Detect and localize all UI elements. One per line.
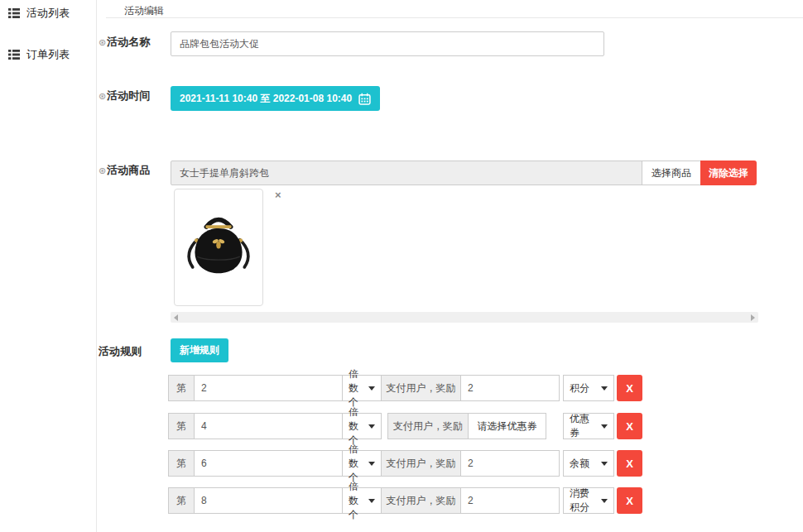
- remove-rule-button[interactable]: X: [617, 375, 642, 401]
- time-range-button[interactable]: 2021-11-11 10:40 至 2022-01-08 10:40: [171, 86, 380, 111]
- rule-reward-type-value: 积分: [570, 381, 589, 395]
- product-name-input[interactable]: [171, 161, 642, 185]
- rule-reward-input[interactable]: [460, 375, 560, 401]
- rule-reward-text-addon: 支付用户，奖励: [381, 375, 461, 401]
- add-rule-button[interactable]: 新增规则: [171, 338, 228, 362]
- rule-count-input[interactable]: [194, 413, 343, 439]
- activity-name-input[interactable]: [171, 31, 604, 56]
- rule-prefix-addon: 第: [168, 487, 195, 514]
- rule-unit-select[interactable]: 倍数个: [342, 450, 382, 477]
- rule-reward-type-select[interactable]: 消费积分: [563, 487, 614, 514]
- scroll-left-icon[interactable]: [174, 314, 178, 321]
- chevron-down-icon: [601, 499, 608, 503]
- sidebar: 活动列表 订单列表: [0, 0, 97, 532]
- rule-prefix-addon: 第: [168, 375, 195, 401]
- tab-activity-edit[interactable]: 活动编辑: [124, 0, 164, 18]
- rule-count-input[interactable]: [194, 450, 343, 477]
- rule-reward-type-select[interactable]: 优惠券: [563, 413, 614, 439]
- clear-selection-button[interactable]: 清除选择: [700, 161, 757, 185]
- activity-name-label-text: 活动名称: [107, 36, 150, 48]
- sidebar-item-label: 订单列表: [26, 47, 70, 62]
- screen: 活动列表 订单列表 活动编辑 ⊛活动名称 ⊛活动时间 2021-11-11 10…: [0, 0, 803, 532]
- rule-reward-type-select[interactable]: 余额: [563, 450, 614, 477]
- remove-thumbnail-icon[interactable]: ×: [275, 189, 281, 200]
- rule-unit-value: 倍数个: [349, 367, 364, 410]
- rule-reward-type-select[interactable]: 积分: [563, 375, 614, 401]
- list-icon: [8, 8, 20, 18]
- product-input-group: 选择商品 清除选择: [171, 161, 757, 185]
- chevron-down-icon: [601, 424, 608, 429]
- rule-row: 第 倍数个 支付用户，奖励 请选择优惠券 优惠券 X: [168, 413, 642, 439]
- rule-reward-type-value: 余额: [570, 457, 589, 471]
- rule-prefix-addon: 第: [168, 450, 195, 477]
- rule-unit-value: 倍数个: [349, 405, 364, 448]
- chevron-down-icon: [368, 386, 375, 391]
- list-icon: [8, 50, 20, 60]
- rule-prefix-addon: 第: [168, 413, 195, 439]
- activity-rules-label-text: 活动规则: [99, 345, 142, 357]
- sidebar-item-activity-list[interactable]: 活动列表: [0, 2, 96, 24]
- chevron-down-icon: [368, 424, 375, 429]
- rule-count-input[interactable]: [194, 487, 343, 514]
- rule-reward-type-value: 优惠券: [570, 412, 597, 440]
- remove-rule-button[interactable]: X: [617, 450, 642, 477]
- choose-coupon-button[interactable]: 请选择优惠券: [468, 413, 546, 439]
- chevron-down-icon: [601, 462, 608, 466]
- tab-bar: 活动编辑: [106, 0, 803, 18]
- handbag-image: [180, 204, 257, 290]
- rule-reward-input[interactable]: [460, 487, 560, 514]
- activity-name-label: ⊛活动名称: [99, 35, 150, 50]
- scroll-right-icon[interactable]: [751, 314, 755, 321]
- required-icon: ⊛: [99, 165, 106, 175]
- activity-product-label-text: 活动商品: [107, 164, 150, 176]
- rule-row: 第 倍数个 支付用户，奖励 消费积分 X: [168, 487, 642, 514]
- time-range-value: 2021-11-11 10:40 至 2022-01-08 10:40: [180, 92, 352, 106]
- rule-reward-text-addon: 支付用户，奖励: [387, 413, 469, 439]
- sidebar-item-label: 活动列表: [26, 6, 70, 21]
- chevron-down-icon: [601, 386, 608, 391]
- horizontal-scrollbar[interactable]: [171, 312, 758, 323]
- rule-count-input[interactable]: [194, 375, 343, 401]
- activity-rules-label: 活动规则: [99, 344, 142, 359]
- calendar-icon: [358, 93, 371, 105]
- rule-reward-input[interactable]: [460, 450, 560, 477]
- rule-unit-value: 倍数个: [349, 443, 364, 485]
- rule-unit-value: 倍数个: [349, 480, 364, 522]
- rule-unit-select[interactable]: 倍数个: [342, 487, 382, 514]
- activity-time-label-text: 活动时间: [107, 89, 150, 102]
- rule-unit-select[interactable]: 倍数个: [342, 413, 382, 439]
- remove-rule-button[interactable]: X: [617, 413, 642, 439]
- chevron-down-icon: [368, 499, 375, 503]
- sidebar-item-order-list[interactable]: 订单列表: [0, 44, 96, 65]
- product-thumbnail: [174, 189, 263, 306]
- choose-product-button[interactable]: 选择商品: [642, 161, 701, 185]
- activity-product-label: ⊛活动商品: [99, 163, 150, 178]
- chevron-down-icon: [368, 462, 375, 466]
- activity-time-label: ⊛活动时间: [99, 89, 150, 103]
- rule-reward-text-addon: 支付用户，奖励: [381, 450, 461, 477]
- rule-row: 第 倍数个 支付用户，奖励 积分 X: [168, 375, 642, 401]
- rule-row: 第 倍数个 支付用户，奖励 余额 X: [168, 450, 642, 477]
- required-icon: ⊛: [99, 37, 106, 47]
- remove-rule-button[interactable]: X: [617, 487, 642, 514]
- rule-reward-type-value: 消费积分: [570, 486, 597, 515]
- rule-unit-select[interactable]: 倍数个: [342, 375, 382, 401]
- rule-reward-text-addon: 支付用户，奖励: [381, 487, 461, 514]
- required-icon: ⊛: [99, 91, 106, 101]
